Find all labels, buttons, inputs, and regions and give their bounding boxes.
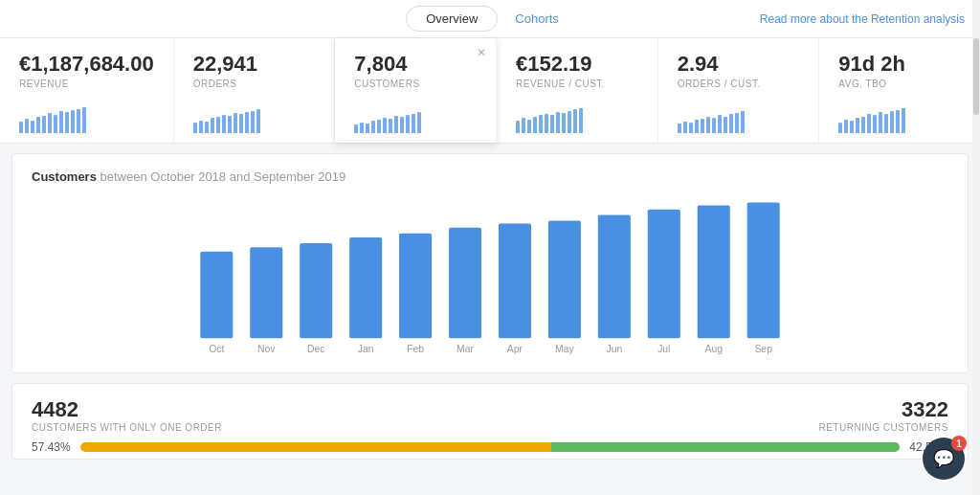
metric-value: 2.94 [678,52,719,77]
metric-value: 22,941 [193,52,257,77]
mini-bars [193,106,260,133]
mini-bar [516,121,520,133]
metric-card-5[interactable]: 91d 2hAVG. TBO [819,38,980,143]
metric-label: CUSTOMERS [354,79,419,89]
metric-label: ORDERS / CUST. [678,79,761,89]
svg-text:Nov: Nov [257,344,276,354]
mini-bar [735,113,739,133]
pct-left-label: 57.43% [32,440,75,454]
mini-bar [678,124,681,133]
right-stat-value: 3322 [819,397,948,422]
mini-bar [556,112,560,133]
mini-bar [377,120,381,133]
svg-rect-22 [747,202,780,338]
mini-bar [199,121,203,133]
mini-bar [222,115,226,133]
mini-bar [65,112,69,133]
mini-bar [394,116,398,133]
mini-bar [256,109,260,133]
chat-badge: 1 [951,436,967,451]
chart-title: Customers between October 2018 and Septe… [32,169,948,184]
mini-bar [211,118,214,133]
svg-text:Apr: Apr [507,344,523,354]
right-stat-label: RETURNING CUSTOMERS [819,422,948,433]
svg-text:Oct: Oct [209,344,224,354]
left-stat-label: CUSTOMERS WITH ONLY ONE ORDER [32,422,222,433]
mini-bar [412,114,415,133]
progress-bar [80,442,900,452]
svg-rect-2 [250,247,282,338]
mini-bar [573,109,577,133]
mini-bar [77,109,80,133]
mini-bar [867,114,871,133]
mini-bar [354,124,358,133]
metric-card-1[interactable]: 22,941ORDERS [174,38,336,143]
metric-label: REVENUE [19,79,69,89]
svg-text:Sep: Sep [754,344,772,354]
mini-bar [522,118,525,133]
read-more-link[interactable]: Read more about the Retention analysis [760,12,965,26]
svg-rect-0 [200,252,233,339]
scrollbar-thumb[interactable] [973,38,979,115]
metric-value: 7,804 [354,52,407,77]
svg-text:Jun: Jun [606,344,622,354]
mini-bar [193,123,197,133]
right-stat: 3322 RETURNING CUSTOMERS [819,397,948,433]
mini-bar [550,115,554,133]
bottom-section: 4482 CUSTOMERS WITH ONLY ONE ORDER 3322 … [11,383,969,460]
svg-rect-14 [548,220,581,338]
svg-text:Jul: Jul [657,344,670,354]
progress-row: 57.43% 42.57% [32,440,948,454]
mini-bar [389,119,392,133]
mini-bar [884,114,888,133]
close-icon[interactable]: ✕ [477,46,486,59]
mini-bar [36,117,40,133]
tab-cohorts[interactable]: Cohorts [500,7,574,31]
metric-card-0[interactable]: €1,187,684.00REVENUE [0,38,174,143]
metric-card-3[interactable]: €152.19REVENUE / CUST. [497,38,658,143]
mini-bar [54,115,57,133]
mini-bar [683,122,687,133]
svg-rect-6 [349,237,382,338]
metric-label: AVG. TBO [838,79,886,89]
svg-text:Mar: Mar [457,344,474,354]
mini-bar [579,108,583,133]
mini-bar [383,118,387,133]
tab-group: Overview [406,6,498,32]
mini-bar [31,121,34,133]
mini-bar [239,114,243,133]
mini-bar [228,116,232,133]
mini-bar [568,111,571,133]
mini-bar [59,111,63,133]
mini-bar [205,122,209,133]
chat-button[interactable]: 💬 1 [923,438,965,480]
scrollbar[interactable] [972,0,980,495]
mini-bar [25,119,29,133]
mini-bars [19,106,86,133]
svg-rect-12 [499,223,531,338]
mini-bar [48,113,52,133]
progress-yellow [80,442,551,452]
tab-overview[interactable]: Overview [406,6,498,32]
metric-value: €152.19 [516,52,592,77]
mini-bar [861,117,865,133]
svg-rect-10 [449,228,481,339]
mini-bars [354,106,421,133]
svg-rect-20 [698,205,730,338]
mini-bar [82,107,86,133]
mini-bar [850,121,854,133]
svg-text:Aug: Aug [704,344,723,354]
mini-bar [539,115,543,133]
mini-bar [701,119,704,133]
metric-value: €1,187,684.00 [19,52,154,77]
top-nav: Overview Cohorts Read more about the Ret… [0,0,980,38]
bottom-stats: 4482 CUSTOMERS WITH ONLY ONE ORDER 3322 … [32,397,948,433]
mini-bar [902,108,905,133]
metric-value: 91d 2h [838,52,905,77]
mini-bar [42,116,46,133]
metric-card-4[interactable]: 2.94ORDERS / CUST. [658,38,820,143]
svg-rect-16 [598,215,631,339]
metric-card-2[interactable]: ✕7,804CUSTOMERS [335,38,497,143]
metrics-row: €1,187,684.00REVENUE22,941ORDERS✕7,804CU… [0,38,980,144]
metric-label: REVENUE / CUST. [516,79,605,89]
